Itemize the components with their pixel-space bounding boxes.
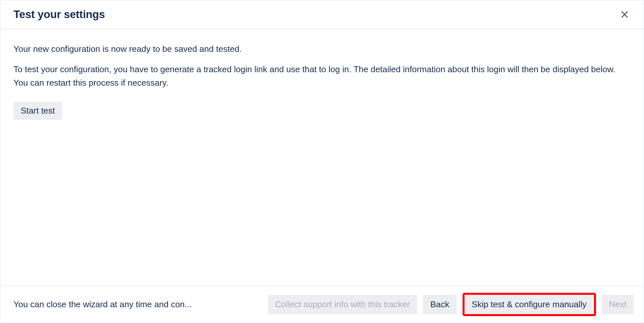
footer-note: You can close the wizard at any time and… xyxy=(13,299,192,310)
dialog-title: Test your settings xyxy=(13,8,105,21)
close-button[interactable] xyxy=(619,9,631,20)
skip-test-button[interactable]: Skip test & configure manually xyxy=(465,295,594,314)
test-settings-dialog: Test your settings Your new configuratio… xyxy=(0,0,644,323)
back-button[interactable]: Back xyxy=(423,295,457,314)
start-test-button[interactable]: Start test xyxy=(13,102,62,120)
footer-actions: Collect support info with this tracker B… xyxy=(268,293,634,316)
close-icon xyxy=(620,10,629,19)
dialog-footer: You can close the wizard at any time and… xyxy=(0,286,644,323)
next-button[interactable]: Next xyxy=(602,295,634,314)
dialog-header: Test your settings xyxy=(0,0,644,29)
skip-button-highlight: Skip test & configure manually xyxy=(463,293,596,316)
collect-support-info-button[interactable]: Collect support info with this tracker xyxy=(268,295,417,314)
intro-paragraph-1: Your new configuration is now ready to b… xyxy=(13,42,631,55)
dialog-body: Your new configuration is now ready to b… xyxy=(0,29,644,286)
intro-paragraph-2: To test your configuration, you have to … xyxy=(13,63,631,89)
